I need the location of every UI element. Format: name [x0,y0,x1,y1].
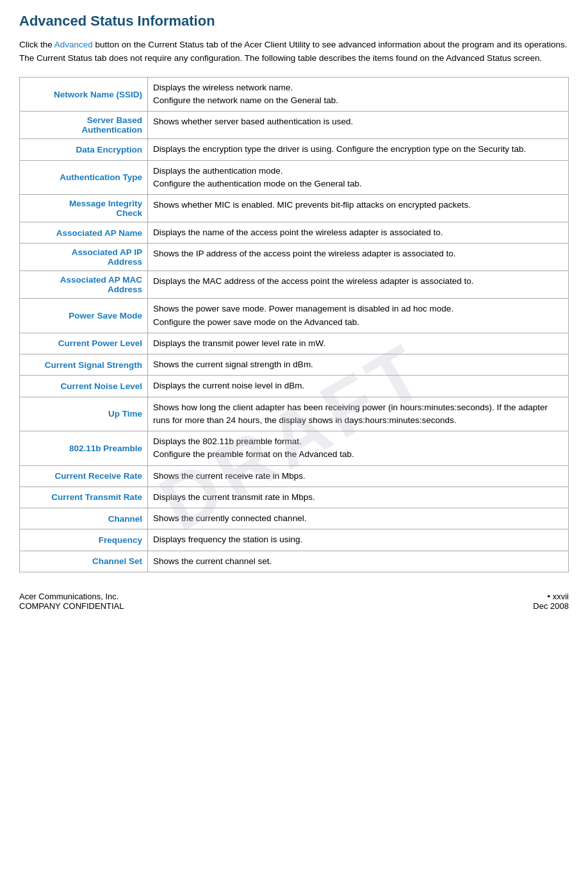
footer-date: Dec 2008 [533,601,569,611]
table-label-cell: 802.11b Preamble [20,431,148,466]
table-row: Channel SetShows the current channel set… [20,551,569,572]
table-row: Current Noise LevelDisplays the current … [20,376,569,397]
table-desc-cell: Shows the current signal strength in dBm… [148,354,569,376]
advanced-link: Advanced [54,40,93,49]
table-label-cell: Authentication Type [20,160,148,195]
table-row: Power Save ModeShows the power save mode… [20,299,569,333]
table-row: Current Signal StrengthShows the current… [20,354,569,376]
table-desc-cell: Shows how long the client adapter has be… [148,397,569,431]
table-row: Associated AP IPAddressShows the IP addr… [20,244,569,271]
table-desc-cell: Displays frequency the station is using. [148,529,569,551]
table-row: Up TimeShows how long the client adapter… [20,397,569,431]
table-row: Current Transmit RateDisplays the curren… [20,486,569,508]
table-desc-cell: Shows whether MIC is enabled. MIC preven… [148,195,569,222]
footer-company: Acer Communications, Inc. [19,592,124,601]
table-label-cell: Current Power Level [20,333,148,354]
table-label-cell: Associated AP Name [20,222,148,244]
table-desc-cell: Displays the current transmit rate in Mb… [148,486,569,508]
table-desc-cell: Displays the current noise level in dBm. [148,376,569,397]
table-row: Current Power LevelDisplays the transmit… [20,333,569,354]
footer-confidential: COMPANY CONFIDENTIAL [19,601,124,611]
table-row: Data EncryptionDisplays the encryption t… [20,139,569,160]
table-desc-cell: Shows whether server based authenticatio… [148,112,569,139]
table-desc-cell: Displays the encryption type the driver … [148,139,569,160]
table-desc-cell: Shows the IP address of the access point… [148,244,569,271]
table-row: Server BasedAuthenticationShows whether … [20,112,569,139]
table-label-cell: Message IntegrityCheck [20,195,148,222]
table-desc-cell: Shows the currently connected channel. [148,508,569,529]
table-label-cell: Network Name (SSID) [20,77,148,112]
table-row: FrequencyDisplays frequency the station … [20,529,569,551]
advanced-status-table: Network Name (SSID)Displays the wireless… [19,77,569,572]
intro-paragraph: Click the Advanced button on the Current… [19,38,569,65]
table-desc-cell: Displays the transmit power level rate i… [148,333,569,354]
table-label-cell: Up Time [20,397,148,431]
table-row: Current Receive RateShows the current re… [20,465,569,486]
table-desc-cell: Shows the power save mode. Power managem… [148,299,569,333]
table-row: Network Name (SSID)Displays the wireless… [20,77,569,112]
table-label-cell: Current Signal Strength [20,354,148,376]
table-label-cell: Server BasedAuthentication [20,112,148,139]
table-label-cell: Associated AP IPAddress [20,244,148,271]
table-row: 802.11b PreambleDisplays the 802.11b pre… [20,431,569,466]
table-desc-cell: Shows the current channel set. [148,551,569,572]
table-row: ChannelShows the currently connected cha… [20,508,569,529]
table-row: Associated AP NameDisplays the name of t… [20,222,569,244]
table-label-cell: Frequency [20,529,148,551]
footer-right: • xxvii Dec 2008 [533,592,569,611]
table-label-cell: Current Transmit Rate [20,486,148,508]
table-row: Authentication TypeDisplays the authenti… [20,160,569,195]
footer: Acer Communications, Inc. COMPANY CONFID… [19,592,569,611]
footer-page-number: • xxvii [533,592,569,601]
table-label-cell: Channel [20,508,148,529]
table-label-cell: Data Encryption [20,139,148,160]
table-desc-cell: Displays the name of the access point th… [148,222,569,244]
table-label-cell: Power Save Mode [20,299,148,333]
table-row: Message IntegrityCheckShows whether MIC … [20,195,569,222]
table-row: Associated AP MACAddressDisplays the MAC… [20,271,569,299]
intro-text-after: button on the Current Status tab of the … [19,40,568,63]
table-desc-cell: Displays the MAC address of the access p… [148,271,569,299]
table-label-cell: Associated AP MACAddress [20,271,148,299]
page-title: Advanced Status Information [19,13,569,29]
table-desc-cell: Shows the current receive rate in Mbps. [148,465,569,486]
table-desc-cell: Displays the authentication mode.Configu… [148,160,569,195]
footer-left: Acer Communications, Inc. COMPANY CONFID… [19,592,124,611]
intro-text-before: Click the [19,40,54,49]
table-label-cell: Current Receive Rate [20,465,148,486]
table-label-cell: Channel Set [20,551,148,572]
table-desc-cell: Displays the wireless network name.Confi… [148,77,569,112]
table-label-cell: Current Noise Level [20,376,148,397]
table-desc-cell: Displays the 802.11b preamble format.Con… [148,431,569,466]
